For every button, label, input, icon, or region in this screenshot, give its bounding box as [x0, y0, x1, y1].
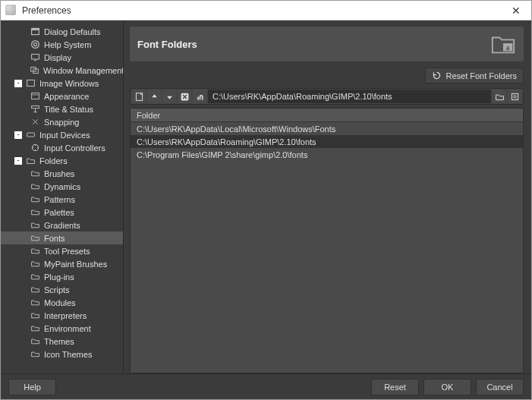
folder-icon — [30, 285, 40, 294]
sidebar-item-help-system[interactable]: Help System — [1, 38, 123, 51]
sidebar-group-label: Folders — [39, 156, 68, 165]
sidebar-item-label: Fonts — [44, 234, 65, 243]
svg-rect-9 — [31, 106, 39, 108]
window-title: Preferences — [1, 5, 71, 16]
reset-font-folders-button[interactable]: Reset Font Folders — [425, 68, 524, 83]
folder-icon — [30, 336, 40, 346]
dialog-icon — [30, 27, 40, 36]
sidebar-item-label: Window Management — [43, 66, 124, 75]
sidebar-item-label: Display — [44, 53, 71, 62]
window-icon — [30, 65, 39, 75]
sidebar-item-tool-presets[interactable]: Tool Presets — [1, 244, 123, 257]
sidebar-item-label: Scripts — [44, 285, 70, 294]
sidebar-item-label: Environment — [44, 324, 91, 333]
sidebar-item-label: Appearance — [44, 92, 89, 101]
window-close-button[interactable]: ✕ — [501, 1, 531, 20]
sidebar-item-label: Icon Themes — [44, 350, 92, 359]
sidebar-item-label: Palettes — [44, 208, 74, 217]
sidebar-item-palettes[interactable]: Palettes — [1, 206, 123, 219]
sidebar-item-display[interactable]: Display — [1, 51, 123, 64]
svg-rect-1 — [31, 28, 39, 30]
svg-rect-16 — [512, 93, 518, 99]
move-up-button[interactable] — [147, 90, 161, 103]
sidebar-group-input-devices[interactable]: - Input Devices — [1, 128, 123, 141]
folder-list-row[interactable]: C:\Program Files\GIMP 2\share\gimp\2.0\f… — [131, 148, 523, 161]
titlebar: Preferences ✕ — [1, 1, 531, 20]
svg-text:a: a — [506, 44, 510, 52]
sidebar[interactable]: Dialog Defaults Help System Display Wind… — [1, 20, 124, 373]
sidebar-item-label: Interpreters — [44, 311, 87, 320]
sidebar-item-environment[interactable]: Environment — [1, 322, 123, 335]
folder-path-input[interactable]: C:\Users\RK\AppData\Roaming\GIMP\2.10\fo… — [208, 90, 491, 103]
window-body: Dialog Defaults Help System Display Wind… — [1, 20, 531, 399]
sidebar-item-snapping[interactable]: Snapping — [1, 115, 123, 128]
cancel-button[interactable]: Cancel — [476, 379, 524, 395]
svg-point-3 — [33, 43, 36, 46]
sidebar-group-image-windows[interactable]: - Image Windows — [1, 77, 123, 90]
sidebar-item-dialog-defaults[interactable]: Dialog Defaults — [1, 25, 123, 38]
sidebar-group-label: Input Devices — [39, 131, 90, 140]
svg-point-2 — [31, 41, 39, 49]
sidebar-item-label: Dialog Defaults — [44, 27, 101, 36]
folder-icon — [30, 181, 40, 191]
image-windows-icon — [25, 78, 36, 88]
folder-list-row[interactable]: C:\Users\RK\AppData\Roaming\GIMP\2.10\fo… — [131, 135, 523, 148]
folders-icon — [25, 156, 36, 165]
reset-icon — [432, 71, 442, 80]
svg-point-17 — [513, 95, 515, 97]
sidebar-item-gradients[interactable]: Gradients — [1, 219, 123, 231]
folder-icon — [30, 246, 40, 256]
input-devices-icon — [25, 130, 36, 140]
snapping-icon — [30, 117, 40, 127]
content-panel: Font Folders a Reset Font Folders — [124, 20, 531, 373]
sidebar-item-interpreters[interactable]: Interpreters — [1, 309, 123, 322]
help-button[interactable]: Help — [8, 379, 56, 395]
sidebar-item-modules[interactable]: Modules — [1, 296, 123, 309]
title-status-icon — [30, 104, 40, 114]
display-icon — [30, 52, 40, 62]
sidebar-item-dynamics[interactable]: Dynamics — [1, 180, 123, 193]
svg-rect-4 — [31, 54, 39, 59]
folder-icon — [30, 169, 40, 178]
open-in-file-manager-button[interactable] — [508, 90, 521, 103]
sidebar-item-label: Tool Presets — [44, 247, 90, 256]
delete-folder-button[interactable] — [178, 90, 191, 103]
sidebar-item-label: Brushes — [44, 169, 74, 178]
reset-button[interactable]: Reset — [371, 379, 419, 395]
sidebar-item-label: Plug-ins — [44, 272, 74, 282]
sidebar-item-patterns[interactable]: Patterns — [1, 193, 123, 206]
sidebar-item-themes[interactable]: Themes — [1, 335, 123, 348]
sidebar-item-input-controllers[interactable]: Input Controllers — [1, 141, 123, 154]
sidebar-item-title-status[interactable]: Title & Status — [1, 102, 123, 115]
collapse-toggle-icon[interactable]: - — [14, 80, 22, 87]
folder-list-row[interactable]: C:\Users\RK\AppData\Local\Microsoft\Wind… — [131, 122, 523, 135]
sidebar-item-window-management[interactable]: Window Management — [1, 64, 123, 77]
move-down-button[interactable] — [162, 90, 176, 103]
sidebar-item-plug-ins[interactable]: Plug-ins — [1, 270, 123, 283]
svg-rect-10 — [27, 133, 34, 137]
new-folder-button[interactable] — [132, 90, 146, 103]
folder-icon — [30, 233, 40, 243]
folder-list-header[interactable]: Folder — [131, 109, 523, 122]
collapse-toggle-icon[interactable]: - — [14, 131, 22, 139]
svg-rect-7 — [27, 80, 34, 86]
folder-icon — [30, 323, 40, 333]
collapse-toggle-icon[interactable]: - — [14, 157, 22, 165]
sidebar-item-mypaint-brushes[interactable]: MyPaint Brushes — [1, 257, 123, 270]
sidebar-group-folders[interactable]: - Folders — [1, 154, 123, 167]
sidebar-item-scripts[interactable]: Scripts — [1, 283, 123, 296]
sidebar-item-brushes[interactable]: Brushes — [1, 167, 123, 180]
folder-icon — [30, 194, 40, 204]
folder-list: Folder C:\Users\RK\AppData\Local\Microso… — [130, 108, 524, 373]
content-title: Font Folders — [137, 39, 490, 50]
sidebar-item-fonts[interactable]: Fonts — [1, 231, 123, 244]
dialog-footer: Help Reset OK Cancel — [1, 373, 531, 399]
folder-icon — [30, 298, 40, 307]
ok-button[interactable]: OK — [423, 379, 471, 395]
sidebar-item-label: Input Controllers — [44, 143, 105, 153]
sidebar-item-icon-themes[interactable]: Icon Themes — [1, 348, 123, 361]
reset-button-label: Reset Font Folders — [445, 71, 517, 80]
writable-indicator-icon[interactable] — [193, 90, 206, 103]
sidebar-item-appearance[interactable]: Appearance — [1, 90, 123, 102]
browse-folder-button[interactable] — [493, 90, 506, 103]
